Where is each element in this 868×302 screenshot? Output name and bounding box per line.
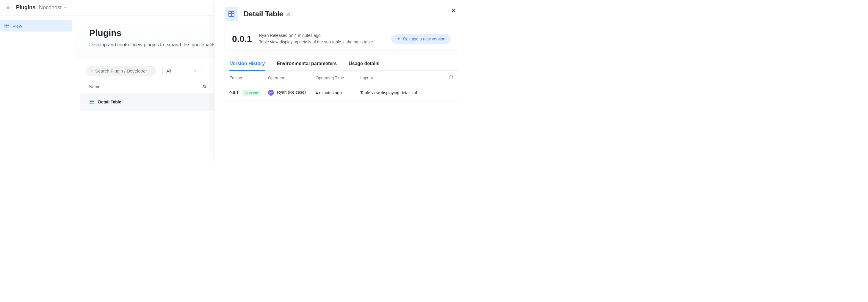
table-icon: [89, 99, 95, 105]
edit-icon[interactable]: [286, 11, 291, 16]
upload-icon: [397, 37, 401, 41]
sidebar-item-view[interactable]: View: [0, 20, 72, 32]
search-icon: [91, 69, 93, 73]
version-meta-line1: Ryan Released on 4 minutes ago: [259, 32, 374, 39]
tabs: Version History Environmental parameters…: [225, 57, 458, 71]
version-meta-line2: Table view displaying details of the sub…: [259, 39, 374, 45]
sidebar: View: [0, 15, 75, 162]
breadcrumb-plugins[interactable]: Plugins: [16, 4, 35, 11]
tab-usage-details[interactable]: Usage details: [348, 57, 380, 70]
current-badge: Current: [242, 90, 261, 96]
tab-version-history[interactable]: Version History: [229, 57, 265, 70]
col-status: St: [202, 85, 206, 89]
row-imprint: Table view displaying details of t…: [360, 90, 423, 95]
refresh-button[interactable]: [448, 75, 453, 80]
col-imprint: Imprint: [360, 75, 448, 80]
col-name: Name: [89, 85, 202, 89]
row-operator-name: Ryan (Release): [277, 90, 306, 95]
row-edition-value: 0.0.1: [229, 90, 239, 95]
row-time: 4 minutes ago: [316, 90, 360, 95]
search-input-wrapper[interactable]: [86, 66, 156, 76]
history-row[interactable]: 0.0.1 Current Ry Ryan (Release) 4 minute…: [225, 85, 458, 101]
home-button[interactable]: [4, 3, 12, 12]
version-number: 0.0.1: [232, 34, 252, 44]
filter-select[interactable]: All: [162, 66, 201, 76]
home-icon: [6, 5, 10, 10]
chevron-down-icon: [193, 69, 197, 73]
row-operator: Ry Ryan (Release): [268, 90, 316, 96]
chevron-down-icon: [63, 6, 67, 10]
view-icon: [4, 23, 9, 29]
col-operator: Operator: [268, 75, 316, 80]
breadcrumb-host[interactable]: Nocohost: [39, 4, 67, 11]
detail-drawer: Detail Table 0.0.1 Ryan Released on 4 mi…: [214, 0, 464, 162]
search-input[interactable]: [95, 68, 152, 73]
col-edition: Edition: [229, 75, 268, 80]
version-meta: Ryan Released on 4 minutes ago Table vie…: [259, 32, 374, 45]
col-time: Operating Time: [316, 75, 360, 80]
table-icon: [228, 10, 235, 18]
release-button[interactable]: Release a new version: [391, 34, 451, 44]
drawer-plugin-icon: [225, 7, 238, 21]
history-header: Edition Operator Operating Time Imprint: [225, 71, 458, 85]
drawer-title-text: Detail Table: [244, 10, 283, 18]
svg-point-1: [91, 70, 93, 72]
version-card: 0.0.1 Ryan Released on 4 minutes ago Tab…: [225, 27, 458, 51]
avatar: Ry: [268, 90, 274, 96]
sidebar-item-label: View: [12, 24, 22, 29]
tab-env-params[interactable]: Environmental parameters: [276, 57, 337, 70]
filter-value: All: [166, 68, 171, 73]
drawer-title: Detail Table: [244, 10, 291, 18]
close-icon: [451, 7, 457, 14]
release-button-label: Release a new version: [403, 37, 445, 41]
drawer-header: Detail Table: [225, 7, 458, 21]
refresh-icon: [448, 75, 453, 80]
plugin-name: Detail Table: [98, 100, 121, 104]
breadcrumb-host-label: Nocohost: [39, 4, 62, 11]
close-button[interactable]: [451, 7, 457, 14]
row-edition: 0.0.1 Current: [229, 90, 268, 95]
